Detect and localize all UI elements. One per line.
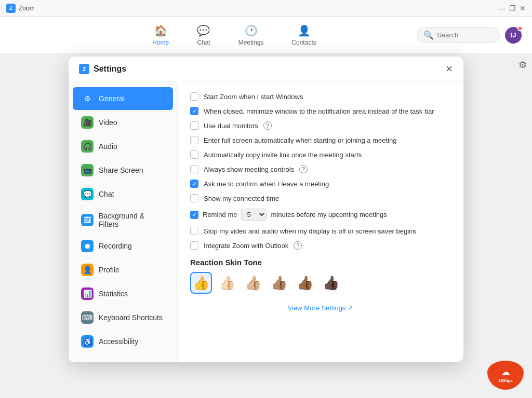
sidebar-item-chat[interactable]: 💬 Chat [73,183,173,205]
sidebar-item-share-screen[interactable]: 📺 Share Screen [73,159,173,182]
checkbox-confirm-leave[interactable]: ✓ [190,180,198,188]
accessibility-icon: ♿ [81,335,94,348]
checkbox-outlook[interactable] [190,241,198,250]
search-input[interactable] [437,31,493,39]
settings-title: Z Settings [79,64,126,74]
sidebar-item-general[interactable]: ⚙ General [73,87,173,110]
label-confirm-leave: Ask me to confirm when I leave a meeting [204,180,329,188]
sidebar-item-statistics[interactable]: 📊 Statistics [73,282,173,305]
setting-row-show-controls: Always show meeting controls ? [190,165,451,173]
background-icon: 🖼 [81,214,94,226]
home-icon: 🏠 [154,24,167,37]
sidebar-item-video[interactable]: 🎥 Video [73,111,173,134]
settings-close-button[interactable]: ✕ [445,64,453,74]
maximize-button[interactable]: ❐ [509,5,515,11]
setting-row-remind: ✓ Remind me 5 10 15 20 minutes before my… [190,209,451,221]
label-start-zoom: Start Zoom when I start Windows [204,93,303,101]
sidebar-label-statistics: Statistics [99,290,128,298]
chat-icon: 💬 [197,24,210,37]
label-full-screen: Enter full screen automatically when sta… [204,136,396,144]
sidebar-item-profile[interactable]: 👤 Profile [73,258,173,281]
close-window-button[interactable]: ✕ [520,5,526,11]
sidebar-label-audio: Audio [99,142,117,150]
sidebar-item-recording[interactable]: ⏺ Recording [73,235,173,257]
label-show-time: Show my connected time [204,195,279,202]
profile-icon: 👤 [81,264,94,276]
app-container: 🏠 Home 💬 Chat 🕐 Meetings 👤 Contacts 🔍 [0,17,532,398]
skin-tone-title: Reaction Skin Tone [190,258,451,267]
nav-item-meetings[interactable]: 🕐 Meetings [232,22,270,48]
sidebar-item-audio[interactable]: 🎧 Audio [73,135,173,158]
nav-item-chat[interactable]: 💬 Chat [191,22,216,48]
video-icon: 🎥 [81,116,94,129]
setting-row-dual-monitors: Use dual monitors ? [190,121,451,130]
nav-label-chat: Chat [197,39,210,46]
minimize-button[interactable]: — [499,5,505,11]
checkbox-show-controls[interactable] [190,165,198,173]
skin-tone-2[interactable]: 👍🏼 [242,272,264,294]
checkbox-copy-invite[interactable] [190,150,198,159]
contacts-icon: 👤 [298,24,311,37]
cloud-icon: ☁ [501,367,510,377]
sidebar-label-recording: Recording [99,242,132,250]
view-more-label: View More Settings [288,304,346,312]
search-icon: 🔍 [423,30,434,40]
setting-row-start-zoom: Start Zoom when I start Windows [190,92,451,101]
skin-tone-1[interactable]: 👍🏻 [216,272,238,294]
skin-tone-5[interactable]: 👍🏿 [320,272,342,294]
checkbox-minimize[interactable]: ✓ [190,107,198,115]
share-screen-icon: 📺 [81,164,94,176]
nav-item-contacts[interactable]: 👤 Contacts [285,22,322,48]
sidebar-label-accessibility: Accessibility [99,337,138,346]
sidebar-label-profile: Profile [99,266,119,274]
sidebar-item-keyboard[interactable]: ⌨ Keyboard Shortcuts [73,306,173,329]
skin-tone-3[interactable]: 👍🏽 [268,272,290,294]
app-title: Zoom [19,5,35,12]
sidebar-item-background[interactable]: 🖼 Background & Filters [73,207,173,234]
view-more-settings-link[interactable]: View More Settings ↗ [190,304,451,312]
skin-tone-0[interactable]: 👍 [190,272,212,294]
chat-settings-icon: 💬 [81,188,94,200]
window-controls: — ❐ ✕ [499,5,526,11]
recording-icon: ⏺ [81,240,94,252]
avatar-notification-badge [517,26,523,31]
label-outlook: Integrate Zoom with Outlook [204,242,288,250]
sidebar-label-general: General [99,94,125,103]
settings-content: Start Zoom when I start Windows ✓ When c… [178,82,463,362]
checkbox-start-zoom[interactable] [190,92,198,101]
setting-row-full-screen: Enter full screen automatically when sta… [190,136,451,144]
sidebar-item-accessibility[interactable]: ♿ Accessibility [73,330,173,353]
nav-label-meetings: Meetings [238,39,264,46]
help-icon-show-controls[interactable]: ? [299,165,308,173]
navbar-right: 🔍 IJ [417,27,522,44]
avatar[interactable]: IJ [505,27,522,44]
checkbox-dual-monitors[interactable] [190,121,198,130]
sidebar-label-video: Video [99,118,117,127]
settings-sidebar: ⚙ General 🎥 Video 🎧 Audio 📺 Share Screen [69,82,178,362]
remind-select[interactable]: 5 10 15 20 [241,209,267,221]
checkbox-full-screen[interactable] [190,136,198,144]
settings-modal: Z Settings ✕ ⚙ General 🎥 Video [69,57,463,362]
settings-title-text: Settings [94,64,126,74]
settings-logo-icon: Z [79,64,89,74]
sidebar-label-share-screen: Share Screen [99,166,143,174]
search-bar[interactable]: 🔍 [417,27,500,43]
skin-tones-container: 👍 👍🏻 👍🏼 👍🏽 👍🏾 👍🏿 [190,272,451,294]
checkbox-stop-video[interactable] [190,227,198,235]
nav-item-home[interactable]: 🏠 Home [146,22,175,48]
titlebar: Z Zoom — ❐ ✕ [0,0,532,17]
skin-tone-4[interactable]: 👍🏾 [294,272,316,294]
sidebar-label-chat: Chat [99,190,114,198]
gear-button[interactable]: ⚙ [518,59,527,71]
external-link-icon: ↗ [348,304,353,312]
nav-label-contacts: Contacts [291,39,316,46]
checkbox-show-time[interactable] [190,194,198,202]
setting-row-minimize: ✓ When closed, minimize window to the no… [190,107,451,115]
checkbox-remind[interactable]: ✓ [190,211,198,219]
help-icon-dual-monitors[interactable]: ? [263,121,272,130]
setting-row-show-time: Show my connected time [190,194,451,202]
label-remind-after: minutes before my upcoming meetings [271,211,387,218]
zoom-logo-icon: Z [6,4,16,13]
help-icon-outlook[interactable]: ? [294,241,302,250]
statistics-icon: 📊 [81,287,94,300]
